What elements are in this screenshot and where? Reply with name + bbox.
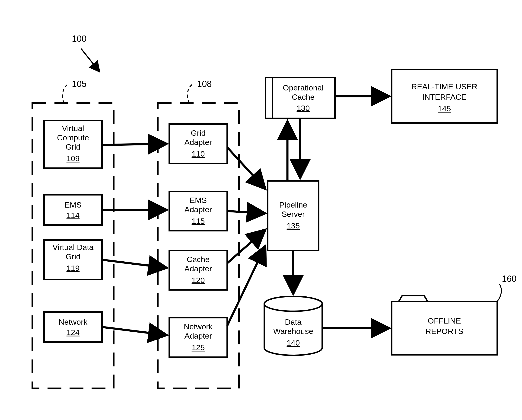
svg-rect-6	[44, 195, 102, 225]
svg-text:Compute: Compute	[57, 133, 89, 142]
svg-text:Virtual Data: Virtual Data	[52, 243, 93, 252]
node-operational-cache: Operational Cache 130	[265, 78, 335, 118]
svg-text:Adapter: Adapter	[184, 138, 212, 147]
adapters-group-label: 108	[197, 79, 212, 89]
svg-text:120: 120	[192, 276, 205, 285]
svg-text:Data: Data	[285, 318, 302, 326]
edge-vcg-to-gridadapter	[102, 144, 167, 145]
svg-text:Network: Network	[59, 318, 88, 326]
svg-rect-13	[44, 312, 102, 342]
svg-text:125: 125	[192, 343, 205, 352]
svg-text:Virtual: Virtual	[62, 124, 84, 133]
svg-text:Warehouse: Warehouse	[273, 327, 313, 335]
svg-text:115: 115	[192, 217, 205, 226]
svg-text:Pipeline: Pipeline	[279, 200, 307, 209]
svg-text:Cache: Cache	[187, 255, 209, 264]
node-cache-adapter: Cache Adapter 120	[169, 250, 227, 290]
svg-text:EMS: EMS	[64, 200, 82, 209]
svg-text:130: 130	[297, 104, 310, 112]
svg-text:114: 114	[67, 211, 80, 220]
node-network: Network 124	[44, 312, 102, 342]
svg-text:REPORTS: REPORTS	[425, 327, 463, 335]
svg-text:Operational: Operational	[283, 83, 323, 92]
svg-text:119: 119	[67, 264, 80, 272]
svg-text:110: 110	[192, 149, 205, 158]
svg-point-42	[264, 296, 322, 311]
svg-text:OFFLINE: OFFLINE	[428, 316, 461, 325]
node-virtual-data-grid: Virtual Data Grid 119	[44, 240, 102, 280]
svg-text:Adapter: Adapter	[184, 331, 212, 340]
svg-text:135: 135	[287, 221, 300, 230]
node-grid-adapter: Grid Adapter 110	[169, 124, 227, 163]
svg-text:EMS: EMS	[190, 196, 207, 204]
svg-text:Grid: Grid	[66, 142, 80, 151]
node-virtual-compute-grid: Virtual Compute Grid 109	[44, 121, 102, 168]
node-ems-adapter: EMS Adapter 115	[169, 191, 227, 231]
svg-text:109: 109	[67, 154, 80, 163]
node-network-adapter: Network Adapter 125	[169, 318, 227, 357]
node-data-warehouse: Data Warehouse 140	[264, 296, 322, 355]
node-ems: EMS 114	[44, 195, 102, 225]
svg-rect-37	[265, 78, 272, 118]
svg-text:Grid: Grid	[66, 252, 80, 261]
svg-text:INTERFACE: INTERFACE	[422, 93, 467, 101]
svg-text:Server: Server	[282, 210, 305, 218]
svg-text:140: 140	[287, 338, 300, 347]
reports-folder-label: 160	[502, 274, 516, 284]
svg-line-0	[81, 49, 100, 72]
sources-group-label: 105	[72, 79, 86, 89]
edge-gridadapter-to-pipeline	[227, 147, 265, 189]
figure-label: 100	[72, 34, 86, 44]
svg-text:REAL-TIME USER: REAL-TIME USER	[411, 82, 477, 91]
node-realtime-ui: REAL-TIME USER INTERFACE 145	[392, 70, 497, 123]
svg-text:Adapter: Adapter	[184, 205, 212, 214]
svg-text:Adapter: Adapter	[184, 264, 212, 273]
node-offline-reports: OFFLINE REPORTS	[392, 296, 497, 355]
svg-text:Cache: Cache	[292, 93, 315, 101]
node-pipeline-server: Pipeline Server 135	[268, 181, 319, 250]
svg-text:145: 145	[438, 104, 451, 113]
edge-emsadapter-to-pipeline	[227, 211, 265, 213]
svg-text:Network: Network	[184, 322, 213, 331]
svg-text:124: 124	[67, 328, 80, 337]
svg-text:Grid: Grid	[191, 128, 206, 137]
